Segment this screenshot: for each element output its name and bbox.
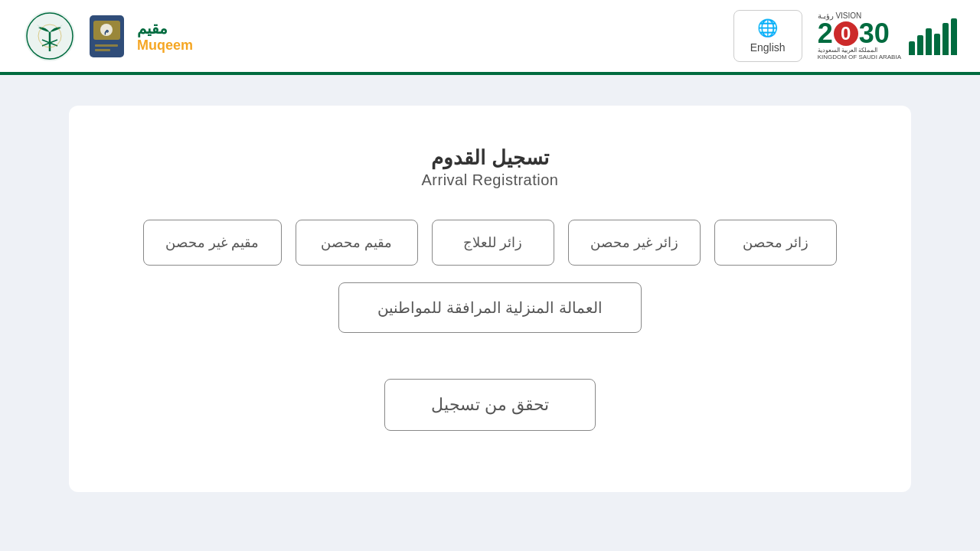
vaccinated-visitor-button[interactable]: زائر محصن [714,220,837,266]
english-language-button[interactable]: 🌐 English [733,10,802,62]
page-title-english: Arrival Registration [422,171,559,189]
svg-rect-11 [95,49,110,51]
header: م مقيم Muqeem 🌐 English VISION رؤيـة 203… [0,0,980,75]
vision-2030-logo: VISION رؤيـة 2030 المملكة العربية السعود… [818,11,957,61]
vaccinated-resident-btn[interactable]: مقيم محصن [296,220,418,266]
globe-icon: 🌐 [757,18,778,38]
main-content: تسجيل القدوم Arrival Registration مقيم غ… [0,75,980,523]
page-title-arabic: تسجيل القدوم [422,144,559,171]
medical-visitor-button[interactable]: زائر للعلاج [432,220,554,266]
vision-text-block: VISION رؤيـة 2030 المملكة العربية السعود… [818,11,901,61]
muqeem-secondary-icon: م [86,9,128,63]
registration-card: تسجيل القدوم Arrival Registration مقيم غ… [69,106,911,492]
domestic-labor-button[interactable]: العمالة المنزلية المرافقة للمواطنين [338,282,642,333]
vision-ksa-english-label: KINGDOM OF SAUDI ARABIA [818,54,901,61]
muqeem-english-label: Muqeem [137,37,193,54]
header-right-area: 🌐 English VISION رؤيـة 2030 المملكة العر… [733,10,957,62]
unvaccinated-visitor-button[interactable]: زائر غير محصن [568,220,701,266]
muqeem-arabic-label: مقيم [137,19,168,37]
svg-text:م: م [104,26,109,35]
stats-bars-icon [909,17,957,55]
page-title: تسجيل القدوم Arrival Registration [422,144,559,189]
svg-rect-10 [95,44,118,47]
header-logo-area: م مقيم Muqeem [23,9,193,63]
saudi-emblem-icon [23,9,77,63]
english-label: English [750,41,786,54]
vaccinated-resident-button[interactable]: مقيم غير محصن [143,220,281,266]
vision-number: 2030 [818,20,890,47]
muqeem-brand: مقيم Muqeem [137,19,193,54]
options-row-1: مقيم غير محصن مقيم محصن زائر للعلاج زائر… [143,220,836,266]
check-registration-button[interactable]: تحقق من تسجيل [384,379,596,431]
